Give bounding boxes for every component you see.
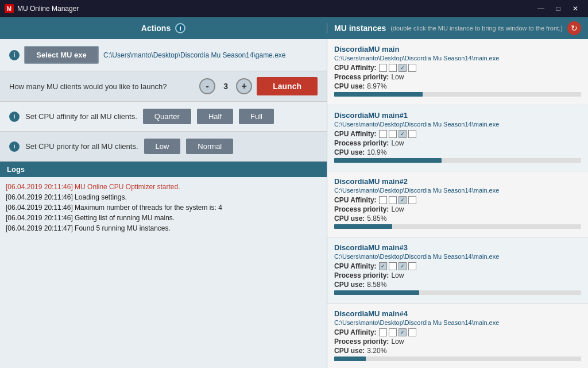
actions-header: Actions i — [0, 23, 327, 33]
normal-button[interactable]: Normal — [186, 139, 233, 154]
maximize-button[interactable]: □ — [550, 3, 566, 14]
priority-value: Low — [391, 338, 404, 346]
cpu-checkbox-3[interactable] — [408, 64, 416, 72]
mu-instance[interactable]: DiscordiaMU main C:\Users\manto\Desktop\… — [327, 39, 588, 105]
increment-button[interactable]: + — [236, 78, 252, 94]
quarter-button[interactable]: Quarter — [143, 109, 191, 124]
cpu-checkbox-2[interactable]: ✓ — [399, 262, 407, 270]
instance-name: DiscordiaMU main — [334, 45, 581, 53]
cpu-bar-container — [334, 158, 581, 163]
priority-row: Process priority: Low — [334, 139, 581, 147]
affinity-row: CPU Affinity: ✓ — [334, 130, 581, 138]
right-panel[interactable]: DiscordiaMU main C:\Users\manto\Desktop\… — [327, 39, 588, 368]
launch-button[interactable]: Launch — [257, 77, 318, 95]
cpu-checkbox-0[interactable] — [379, 196, 387, 204]
logs-content[interactable]: [06.04.2019 20:11:46] MU Online CPU Opti… — [0, 177, 327, 368]
affinity-row: CPU Affinity: ✓ — [334, 64, 581, 72]
content-area: i Select MU exe C:\Users\manto\Desktop\D… — [0, 39, 588, 368]
cpu-priority-row: i Set CPU priority for all MU clients. L… — [0, 132, 327, 162]
actions-info-icon[interactable]: i — [175, 23, 185, 33]
cpu-use-row: CPU use: 5.85% — [334, 214, 581, 223]
checkbox-group: ✓ — [379, 130, 416, 138]
cpu-affinity-row: i Set CPU affinity for all MU clients. Q… — [0, 102, 327, 132]
refresh-button[interactable]: ↻ — [567, 21, 581, 35]
select-mu-button[interactable]: Select MU exe — [24, 46, 99, 64]
cpu-checkbox-1[interactable] — [389, 130, 397, 138]
cpu-checkbox-3[interactable] — [408, 328, 416, 336]
instance-name: DiscordiaMU main#2 — [334, 177, 581, 186]
instance-path: C:\Users\manto\Desktop\Discordia Mu Seas… — [334, 319, 581, 326]
cpu-use-value: 8.97% — [367, 82, 386, 90]
log-line: [06.04.2019 20:11:46] MU Online CPU Opti… — [6, 182, 321, 192]
cpu-checkbox-2[interactable]: ✓ — [399, 328, 407, 336]
priority-row: Process priority: Low — [334, 271, 581, 279]
mu-instance[interactable]: DiscordiaMU main#3 C:\Users\manto\Deskto… — [327, 237, 588, 304]
cpu-checkbox-2[interactable]: ✓ — [399, 64, 407, 72]
instance-name: DiscordiaMU main#3 — [334, 243, 581, 252]
logs-section: Logs [06.04.2019 20:11:46] MU Online CPU… — [0, 162, 327, 368]
instances-subtitle: (double click the MU instance to bring i… — [390, 25, 563, 32]
instance-name: DiscordiaMU main#1 — [334, 111, 581, 120]
instances-header: MU instances (double click the MU instan… — [327, 21, 588, 35]
cpu-use-value: 3.20% — [367, 347, 386, 355]
close-button[interactable]: ✕ — [567, 3, 583, 14]
checkbox-group: ✓ — [379, 64, 416, 72]
checkbox-group: ✓ — [379, 328, 416, 336]
cpu-checkbox-3[interactable] — [408, 130, 416, 138]
affinity-info-icon: i — [9, 112, 20, 122]
logs-header: Logs — [0, 162, 327, 177]
mu-instance[interactable]: DiscordiaMU main#4 C:\Users\manto\Deskto… — [327, 304, 588, 368]
window-controls: — □ ✕ — [533, 3, 583, 14]
cpu-checkbox-1[interactable] — [389, 196, 397, 204]
exe-path: C:\Users\manto\Desktop\Discordia Mu Seas… — [103, 51, 285, 59]
instances-title: MU instances — [334, 24, 386, 33]
cpu-use-value: 5.85% — [367, 214, 386, 223]
cpu-checkbox-2[interactable]: ✓ — [399, 130, 407, 138]
cpu-use-row: CPU use: 8.97% — [334, 82, 581, 90]
select-mu-row: i Select MU exe C:\Users\manto\Desktop\D… — [9, 46, 318, 64]
mu-instance[interactable]: DiscordiaMU main#2 C:\Users\manto\Deskto… — [327, 171, 588, 237]
cpu-checkbox-1[interactable] — [389, 328, 397, 336]
cpu-checkbox-1[interactable] — [389, 262, 397, 270]
cpu-checkbox-0[interactable] — [379, 64, 387, 72]
cpu-bar — [334, 158, 442, 163]
instance-path: C:\Users\manto\Desktop\Discordia Mu Seas… — [334, 121, 581, 128]
priority-row: Process priority: Low — [334, 338, 581, 346]
full-button[interactable]: Full — [239, 109, 274, 124]
checkbox-group: ✓ — [379, 196, 416, 204]
left-panel: i Select MU exe C:\Users\manto\Desktop\D… — [0, 39, 327, 368]
cpu-checkbox-0[interactable] — [379, 328, 387, 336]
decrement-button[interactable]: - — [199, 78, 215, 94]
priority-value: Low — [391, 139, 404, 147]
mu-instance[interactable]: DiscordiaMU main#1 C:\Users\manto\Deskto… — [327, 105, 588, 171]
header: Actions i MU instances (double click the… — [0, 17, 588, 39]
half-button[interactable]: Half — [197, 109, 233, 124]
priority-info-icon: i — [9, 141, 20, 152]
app-icon: M — [5, 4, 14, 13]
affinity-row: CPU Affinity: ✓ — [334, 196, 581, 204]
log-line: [06.04.2019 20:11:47] Found 5 running MU… — [6, 223, 321, 233]
log-line: [06.04.2019 20:11:46] Loading settings. — [6, 192, 321, 202]
cpu-bar — [334, 290, 419, 295]
launch-row: How many MU clients would you like to la… — [0, 71, 327, 102]
affinity-row: CPU Affinity: ✓✓ — [334, 262, 581, 270]
cpu-bar-container — [334, 92, 581, 97]
cpu-checkbox-3[interactable] — [408, 196, 416, 204]
cpu-bar — [334, 92, 423, 97]
cpu-checkbox-0[interactable] — [379, 130, 387, 138]
log-line: [06.04.2019 20:11:46] Getting list of ru… — [6, 213, 321, 223]
main-container: Actions i MU instances (double click the… — [0, 17, 588, 368]
cpu-bar-container — [334, 224, 581, 229]
minimize-button[interactable]: — — [533, 3, 549, 14]
cpu-checkbox-3[interactable] — [408, 262, 416, 270]
priority-value: Low — [391, 271, 404, 279]
cpu-checkbox-1[interactable] — [389, 64, 397, 72]
cpu-use-row: CPU use: 10.9% — [334, 148, 581, 156]
client-count: 3 — [220, 82, 231, 91]
cpu-checkbox-2[interactable]: ✓ — [399, 196, 407, 204]
launch-label: How many MU clients would you like to la… — [9, 82, 195, 91]
cpu-bar-container — [334, 356, 581, 361]
affinity-label: Set CPU affinity for all MU clients. — [25, 112, 137, 121]
cpu-checkbox-0[interactable]: ✓ — [379, 262, 387, 270]
low-button[interactable]: Low — [144, 139, 181, 154]
